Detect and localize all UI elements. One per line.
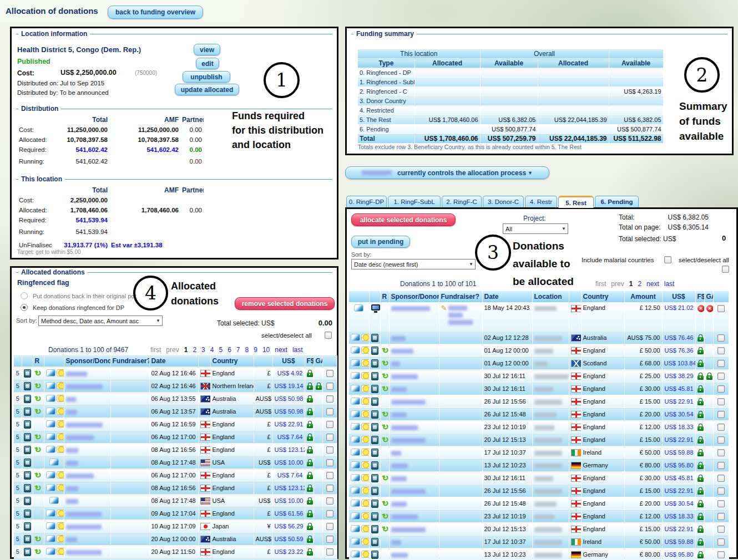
gold-icon[interactable]	[361, 449, 369, 456]
wave-icon[interactable]	[351, 347, 360, 354]
row-checkbox[interactable]	[326, 536, 333, 543]
usd-cell[interactable]: US$ 19.14	[272, 380, 305, 393]
page-2[interactable]: 2	[193, 346, 196, 354]
redacted-sponsor-name[interactable]	[66, 525, 102, 530]
safe-icon[interactable]	[371, 551, 378, 559]
usd-cell[interactable]: US$ 95.80	[662, 548, 695, 560]
gold-icon[interactable]	[361, 347, 369, 354]
wave-icon[interactable]	[351, 372, 360, 379]
safe-icon[interactable]	[24, 459, 31, 467]
gold-icon[interactable]	[57, 548, 64, 555]
usd-cell[interactable]: US$ 7.64	[272, 431, 305, 444]
page-2[interactable]: 2	[638, 280, 641, 288]
page-last[interactable]: last	[292, 346, 303, 354]
usd-cell[interactable]: US$ 59.88	[662, 446, 695, 459]
gold-icon[interactable]	[57, 446, 64, 453]
row-checkbox[interactable]	[717, 334, 725, 342]
page-5[interactable]: 5	[219, 346, 223, 354]
gold-icon[interactable]	[57, 420, 64, 427]
row-checkbox[interactable]	[717, 513, 725, 520]
row-checkbox[interactable]	[717, 500, 725, 507]
wave-icon[interactable]	[351, 461, 360, 469]
redacted-sponsor-name[interactable]	[391, 464, 408, 469]
gold-icon[interactable]	[361, 525, 369, 532]
gold-icon[interactable]	[57, 408, 64, 415]
gold-icon[interactable]	[361, 423, 369, 430]
redacted-sponsor-name[interactable]	[391, 362, 400, 366]
usd-cell[interactable]: US$ 22.91	[662, 434, 695, 446]
redacted-sponsor-name[interactable]	[391, 387, 407, 392]
safe-icon[interactable]	[24, 497, 31, 505]
redacted-sponsor-name[interactable]	[66, 448, 78, 453]
row-checkbox[interactable]	[717, 411, 725, 418]
wave-icon[interactable]	[351, 500, 360, 507]
usd-cell[interactable]: US$ 76.46	[662, 332, 695, 344]
wave-icon[interactable]	[46, 510, 55, 517]
row-checkbox[interactable]	[717, 385, 725, 393]
safe-icon[interactable]	[24, 420, 31, 429]
row-checkbox[interactable]	[717, 538, 725, 546]
wave-icon[interactable]	[46, 535, 55, 542]
safe-icon[interactable]	[371, 359, 378, 368]
back-to-funding-overview-button[interactable]: back to funding overview	[108, 6, 203, 19]
project-select[interactable]: All	[503, 223, 568, 234]
safe-icon[interactable]	[24, 382, 31, 390]
safe-icon[interactable]	[371, 385, 378, 393]
safe-icon[interactable]	[24, 395, 31, 403]
gold-icon[interactable]	[57, 433, 64, 440]
usd-cell[interactable]: US$ 7.64	[272, 469, 305, 482]
tab-2-ringf-c[interactable]: 2. RingF-C	[442, 196, 482, 207]
row-checkbox[interactable]	[326, 459, 333, 466]
safe-icon[interactable]	[24, 408, 31, 416]
redacted-sponsor-name[interactable]	[66, 512, 102, 517]
usd-cell[interactable]: US$ 21.02	[662, 303, 695, 332]
usd-cell[interactable]: US$ 23.22	[272, 546, 305, 558]
safe-icon[interactable]	[371, 347, 378, 355]
usd-cell[interactable]: US$ 59.88	[662, 536, 695, 548]
wave-icon[interactable]	[46, 522, 55, 530]
safe-icon[interactable]	[24, 548, 31, 556]
wave-icon[interactable]	[351, 359, 360, 366]
safe-icon[interactable]	[371, 461, 378, 470]
tab-3-donor-c[interactable]: 3. Donor-C	[483, 196, 524, 207]
redacted-sponsor-name[interactable]	[66, 550, 102, 555]
safe-icon[interactable]	[371, 398, 378, 406]
redacted-sponsor-name[interactable]	[391, 502, 407, 507]
wave-icon[interactable]	[46, 446, 55, 453]
page-7[interactable]: 7	[236, 346, 240, 354]
row-checkbox[interactable]	[326, 395, 333, 403]
redacted-sponsor-name[interactable]	[391, 349, 413, 354]
usd-cell[interactable]: US$ 50.59	[272, 533, 305, 546]
usd-cell[interactable]: US$ 22.91	[662, 523, 695, 536]
row-checkbox[interactable]	[326, 485, 333, 492]
safe-icon[interactable]	[24, 484, 31, 492]
usd-cell[interactable]: US$ 30.54	[662, 408, 695, 421]
wave-icon[interactable]	[351, 410, 360, 418]
radio-keep-ringfenced[interactable]	[21, 304, 28, 311]
row-checkbox[interactable]	[717, 360, 725, 367]
wave-icon[interactable]	[46, 395, 55, 402]
wave-icon[interactable]	[46, 382, 55, 389]
redacted-sponsor-name[interactable]	[66, 371, 87, 376]
wave-icon[interactable]	[46, 484, 55, 491]
redacted-sponsor-name[interactable]	[391, 400, 426, 405]
redacted-sponsor-name[interactable]	[391, 413, 407, 418]
put-in-pending-button[interactable]: put in pending	[351, 236, 410, 248]
safe-icon[interactable]	[371, 512, 378, 521]
redacted-sponsor-name[interactable]	[66, 384, 103, 389]
include-malarial-countries-checkbox[interactable]	[664, 256, 671, 263]
safe-icon[interactable]	[371, 372, 378, 380]
safe-icon[interactable]	[371, 423, 378, 431]
usd-cell[interactable]: US$ 95.80	[662, 459, 695, 472]
wave-icon[interactable]	[351, 487, 360, 494]
gold-icon[interactable]	[57, 395, 64, 402]
gold-icon[interactable]	[361, 372, 369, 379]
redacted-sponsor-name[interactable]	[391, 451, 401, 456]
row-checkbox[interactable]	[326, 446, 333, 454]
redacted-sponsor-name[interactable]	[391, 540, 401, 545]
redacted-sponsor-name[interactable]	[66, 397, 76, 402]
wave-icon[interactable]	[46, 433, 55, 440]
safe-icon[interactable]	[24, 510, 31, 518]
page-next[interactable]: next	[275, 346, 287, 354]
usd-cell[interactable]: US$ 45.81	[662, 472, 695, 485]
